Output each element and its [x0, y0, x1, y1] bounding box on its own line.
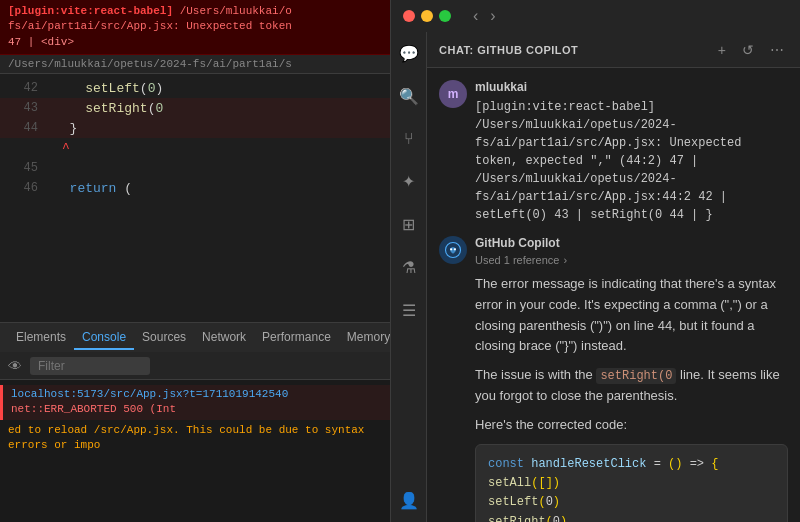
reference-link[interactable]: Used 1 reference ›: [475, 254, 788, 266]
error-line: 47 | <div>: [8, 36, 74, 48]
right-content: 💬 🔍 ⑂ ✦ ⊞ ⚗ ☰ 👤 CHAT: GITHUB COPILOT + ↺…: [391, 32, 800, 522]
copilot-sidebar: 💬 🔍 ⑂ ✦ ⊞ ⚗ ☰ 👤: [391, 32, 427, 522]
error-message: Unexpected token: [186, 20, 292, 32]
right-panel: ‹ › 💬 🔍 ⑂ ✦ ⊞ ⚗ ☰ 👤 CHAT: GITHUB COPILOT…: [390, 0, 800, 522]
error-bar: [plugin:vite:react-babel] /Users/mluukka…: [0, 0, 390, 55]
user-icon[interactable]: 👤: [395, 487, 423, 514]
caret-line: ^: [0, 138, 390, 158]
tab-console[interactable]: Console: [74, 326, 134, 350]
eye-icon[interactable]: 👁: [8, 358, 22, 374]
inline-code: setRight(0: [596, 368, 676, 384]
code-line-45: 45: [0, 158, 390, 178]
copilot-message: GitHub Copilot Used 1 reference › The er…: [439, 236, 788, 522]
user-message-text: [plugin:vite:react-babel] /Users/mluukka…: [475, 98, 788, 224]
error-path: /Users/mluukkai/o: [180, 5, 292, 17]
copilot-sender: GitHub Copilot: [475, 236, 788, 250]
chat-title: CHAT: GITHUB COPILOT: [439, 44, 578, 56]
history-button[interactable]: ↺: [738, 40, 758, 60]
code-block: const handleResetClick = () => { setAll(…: [475, 444, 788, 522]
chat-messages: m mluukkai [plugin:vite:react-babel] /Us…: [427, 68, 800, 522]
console-area: 👁 localhost:5173/src/App.jsx?t=171101914…: [0, 352, 390, 522]
sparkle-icon[interactable]: ✦: [398, 168, 419, 195]
nav-buttons: ‹ ›: [469, 7, 500, 25]
console-warn-1: ed to reload /src/App.jsx. This could be…: [0, 421, 390, 456]
plugin-tag: [plugin:vite:react-babel]: [8, 5, 173, 17]
error-file: fs/ai/part1ai/src/App.jsx:: [8, 20, 180, 32]
svg-point-2: [454, 248, 456, 250]
search-icon[interactable]: 🔍: [395, 83, 423, 110]
code-line-4: setRight(0): [488, 513, 775, 522]
tab-performance[interactable]: Performance: [254, 326, 339, 350]
traffic-light-green[interactable]: [439, 10, 451, 22]
chat-header-actions: + ↺ ⋯: [714, 40, 788, 60]
user-avatar: m: [439, 80, 467, 108]
flask-icon[interactable]: ⚗: [398, 254, 420, 281]
chat-icon[interactable]: 💬: [395, 40, 423, 67]
tab-elements[interactable]: Elements: [8, 326, 74, 350]
code-area: 42 setLeft(0) 43 setRight(0 44 } ^ 45 46…: [0, 74, 390, 322]
filter-input[interactable]: [30, 357, 150, 375]
more-options-button[interactable]: ⋯: [766, 40, 788, 60]
copilot-para-1: The error message is indicating that the…: [475, 274, 788, 357]
chevron-right-icon: ›: [563, 254, 567, 266]
traffic-light-yellow[interactable]: [421, 10, 433, 22]
git-icon[interactable]: ⑂: [400, 126, 418, 152]
copilot-message-body: GitHub Copilot Used 1 reference › The er…: [475, 236, 788, 522]
grid-icon[interactable]: ⊞: [398, 211, 419, 238]
code-line-46: 46 return (: [0, 178, 390, 198]
copilot-response-text: The error message is indicating that the…: [475, 274, 788, 522]
console-toolbar: 👁: [0, 352, 390, 380]
user-message: m mluukkai [plugin:vite:react-babel] /Us…: [439, 80, 788, 224]
tab-sources[interactable]: Sources: [134, 326, 194, 350]
layout-icon[interactable]: ☰: [398, 297, 420, 324]
console-messages: localhost:5173/src/App.jsx?t=17110191425…: [0, 380, 390, 522]
code-line-2: setAll([]): [488, 474, 775, 493]
left-panel: [plugin:vite:react-babel] /Users/mluukka…: [0, 0, 390, 522]
code-line-44: 44 }: [0, 118, 390, 138]
svg-point-1: [450, 248, 452, 250]
copilot-para-3: Here's the corrected code:: [475, 415, 788, 436]
code-line-3: setLeft(0): [488, 493, 775, 512]
new-chat-button[interactable]: +: [714, 40, 730, 60]
tab-network[interactable]: Network: [194, 326, 254, 350]
copilot-avatar: [439, 236, 467, 264]
copilot-logo-icon: [444, 241, 462, 259]
user-message-body: mluukkai [plugin:vite:react-babel] /User…: [475, 80, 788, 224]
devtools-tabs: Elements Console Sources Network Perform…: [0, 322, 390, 352]
user-sender: mluukkai: [475, 80, 788, 94]
code-line-42: 42 setLeft(0): [0, 78, 390, 98]
file-path: /Users/mluukkai/opetus/2024-fs/ai/part1a…: [0, 55, 390, 74]
reference-text: Used 1 reference: [475, 254, 559, 266]
chat-content: CHAT: GITHUB COPILOT + ↺ ⋯ m mluukkai [p…: [427, 32, 800, 522]
console-error-1: localhost:5173/src/App.jsx?t=17110191425…: [0, 385, 390, 420]
nav-back-button[interactable]: ‹: [469, 7, 482, 25]
tab-memory[interactable]: Memory: [339, 326, 390, 350]
nav-forward-button[interactable]: ›: [486, 7, 499, 25]
traffic-light-red[interactable]: [403, 10, 415, 22]
code-line-43: 43 setRight(0: [0, 98, 390, 118]
copilot-para-2: The issue is with the setRight(0 line. I…: [475, 365, 788, 407]
code-line-1: const handleResetClick = () => {: [488, 455, 775, 474]
titlebar: ‹ ›: [391, 0, 800, 32]
chat-header: CHAT: GITHUB COPILOT + ↺ ⋯: [427, 32, 800, 68]
